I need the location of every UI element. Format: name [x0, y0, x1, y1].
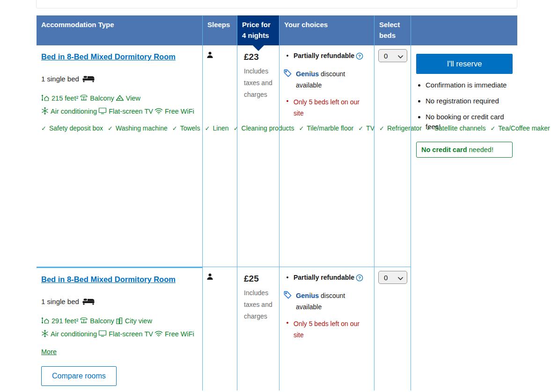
header-select-beds: Select beds: [375, 15, 411, 45]
feature-item: ✓Washing machine: [108, 124, 168, 132]
room-size-icon: [41, 94, 50, 103]
wifi-icon: [154, 330, 163, 338]
choices-cell: Partially refundable? Genius discount av…: [279, 45, 375, 267]
bed-info: 1 single bed: [41, 297, 198, 306]
room-title-link[interactable]: Bed in 8-Bed Mixed Dormitory Room: [41, 52, 176, 61]
city-view-icon: [116, 317, 123, 326]
reserve-panel: I'll reserve Confirmation is immediateNo…: [411, 45, 517, 391]
beds-select[interactable]: 0: [378, 271, 407, 284]
check-icon: ✓: [108, 125, 113, 132]
table-header-row: Accommodation Type Sleeps Price for 4 ni…: [37, 15, 517, 45]
question-icon[interactable]: ?: [356, 276, 363, 283]
feature-item: ✓Towels: [172, 124, 200, 132]
choice-scarcity: Only 5 beds left on our site: [283, 97, 371, 119]
view-icon: [116, 94, 124, 102]
feature-list: ✓Safety deposit box✓Washing machine✓Towe…: [41, 123, 203, 134]
header-accommodation-type: Accommodation Type: [37, 15, 203, 45]
svg-text:?: ?: [358, 53, 361, 58]
balcony-icon: [80, 317, 88, 326]
room-amenities: Air conditioning Flat-screen TV Free WiF…: [41, 107, 198, 116]
bed-info: 1 single bed: [41, 74, 198, 84]
rooms-table: Accommodation Type Sleeps Price for 4 ni…: [37, 15, 517, 391]
accommodation-cell: Bed in 8-Bed Mixed Dormitory Room 1 sing…: [37, 267, 203, 391]
header-your-choices: Your choices: [279, 15, 375, 45]
person-icon: [206, 52, 213, 60]
tag-icon: [283, 290, 292, 313]
room-highlights: 291 feet² Balcony City view: [41, 317, 198, 326]
air-conditioning-icon: [41, 330, 49, 339]
select-beds-cell: 0: [375, 45, 411, 267]
beds-select[interactable]: 0: [378, 49, 407, 62]
room-title-link[interactable]: Bed in 8-Bed Mixed Dormitory Room: [41, 275, 176, 283]
choices-cell: Partially refundable? Genius discount av…: [279, 267, 375, 391]
flat-screen-tv-icon: [98, 330, 107, 338]
sleeps-cell: [203, 45, 237, 267]
select-beds-cell: 0: [375, 267, 411, 391]
bullet-dot: [287, 55, 288, 57]
chevron-down-icon: [398, 274, 403, 282]
reserve-button[interactable]: I'll reserve: [416, 54, 513, 74]
choice-genius: Genius discount available: [283, 290, 371, 313]
reserve-benefits-list: Confirmation is immediateNo registration…: [416, 80, 513, 131]
reserve-benefit-item: No booking or credit card fees!: [426, 112, 513, 131]
compare-rooms-button[interactable]: Compare rooms: [41, 366, 117, 386]
room-size-icon: [41, 317, 50, 326]
bed-icon: [82, 297, 95, 306]
room-highlights: 215 feet² Balcony View: [41, 94, 198, 103]
bullet-dot-red: [287, 322, 288, 324]
reserve-benefit-item: No registration required: [426, 96, 513, 106]
balcony-icon: [80, 94, 88, 103]
price-note: Includes taxes and charges: [244, 65, 275, 101]
choice-refundable: Partially refundable?: [283, 273, 371, 284]
genius-brand: Genius: [296, 292, 319, 299]
previous-card-bottom-edge: [36, 0, 517, 8]
sleeps-cell: [203, 267, 237, 391]
accommodation-cell: Bed in 8-Bed Mixed Dormitory Room 1 sing…: [37, 45, 203, 267]
choice-refundable: Partially refundable?: [283, 51, 371, 62]
flat-screen-tv-icon: [98, 107, 107, 116]
check-icon: ✓: [172, 125, 177, 132]
more-link[interactable]: More: [41, 348, 57, 356]
header-empty: [411, 15, 517, 45]
room-amenities: Air conditioning Flat-screen TV Free WiF…: [41, 330, 198, 339]
room-row: Bed in 8-Bed Mixed Dormitory Room 1 sing…: [37, 267, 411, 391]
bullet-dot: [287, 276, 288, 278]
chevron-down-icon: [398, 52, 403, 60]
price-amount: £23: [244, 52, 275, 62]
price-cell: £23 Includes taxes and charges: [237, 45, 279, 267]
bed-icon: [82, 74, 95, 84]
reserve-benefit-item: Confirmation is immediate: [426, 80, 513, 90]
question-icon[interactable]: ?: [356, 54, 363, 61]
header-price-selected: Price for 4 nights: [237, 15, 279, 45]
person-icon: [206, 274, 213, 282]
wifi-icon: [154, 108, 163, 116]
room-row: Bed in 8-Bed Mixed Dormitory Room 1 sing…: [37, 45, 411, 267]
tag-icon: [283, 69, 292, 91]
no-credit-card-badge: No credit card needed!: [416, 142, 513, 158]
svg-text:?: ?: [358, 275, 361, 280]
price-amount: £25: [244, 274, 275, 284]
price-cell: £25 Includes taxes and charges: [237, 267, 279, 391]
header-sleeps: Sleeps: [203, 15, 237, 45]
choice-genius: Genius discount available: [283, 68, 371, 91]
air-conditioning-icon: [41, 107, 49, 116]
feature-item: ✓Safety deposit box: [41, 124, 103, 132]
price-note: Includes taxes and charges: [244, 287, 275, 322]
genius-brand: Genius: [296, 70, 319, 78]
check-icon: ✓: [41, 125, 46, 132]
choice-scarcity: Only 5 beds left on our site: [283, 319, 371, 341]
bullet-dot-red: [287, 100, 288, 102]
